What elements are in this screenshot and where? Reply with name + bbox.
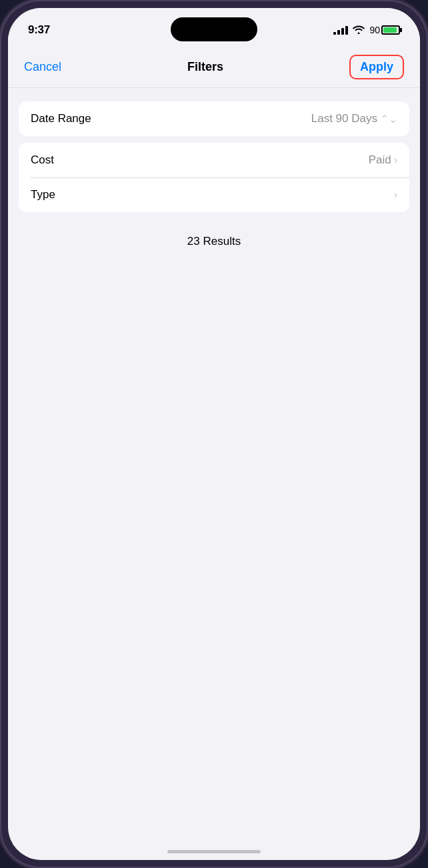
type-row[interactable]: Type › [19, 177, 409, 212]
cost-value-container: Paid › [369, 153, 397, 167]
date-range-group: Date Range Last 90 Days ⌃⌄ [19, 101, 409, 136]
type-value-container: › [391, 189, 397, 201]
nav-bar: Cancel Filters Apply [8, 44, 420, 88]
cost-value: Paid [369, 153, 391, 167]
status-icons: 90 [333, 25, 400, 36]
battery-icon [381, 25, 400, 35]
phone-frame: 9:37 90 [0, 0, 428, 868]
date-range-value-container: Last 90 Days ⌃⌄ [311, 112, 397, 125]
content-area: Date Range Last 90 Days ⌃⌄ Cost Paid › [8, 88, 420, 278]
signal-bar-1 [333, 32, 336, 35]
type-label: Type [31, 188, 55, 201]
battery-fill [383, 27, 397, 33]
dynamic-island [171, 17, 257, 41]
cost-label: Cost [31, 153, 54, 167]
signal-bar-4 [345, 26, 348, 35]
date-range-value: Last 90 Days [311, 112, 377, 125]
battery-container: 90 [369, 25, 400, 35]
cancel-button[interactable]: Cancel [24, 60, 61, 74]
home-indicator [167, 850, 261, 853]
type-chevron-icon: › [394, 189, 397, 201]
signal-bar-3 [341, 28, 344, 35]
status-bar: 9:37 90 [8, 8, 420, 44]
page-title: Filters [187, 60, 223, 74]
apply-button[interactable]: Apply [349, 55, 404, 79]
screen: 9:37 90 [8, 8, 420, 860]
status-time: 9:37 [28, 23, 50, 37]
results-count: 23 Results [187, 235, 241, 248]
cost-row[interactable]: Cost Paid › [19, 143, 409, 177]
wifi-icon [353, 25, 365, 36]
date-range-label: Date Range [31, 112, 91, 125]
date-range-chevron-icon: ⌃⌄ [380, 113, 397, 125]
cost-type-group: Cost Paid › Type › [19, 143, 409, 212]
signal-bars-icon [333, 25, 348, 35]
results-section: 23 Results [19, 219, 409, 264]
cost-chevron-icon: › [394, 154, 397, 166]
battery-level: 90 [369, 25, 380, 35]
date-range-row[interactable]: Date Range Last 90 Days ⌃⌄ [19, 101, 409, 136]
signal-bar-2 [337, 30, 340, 35]
